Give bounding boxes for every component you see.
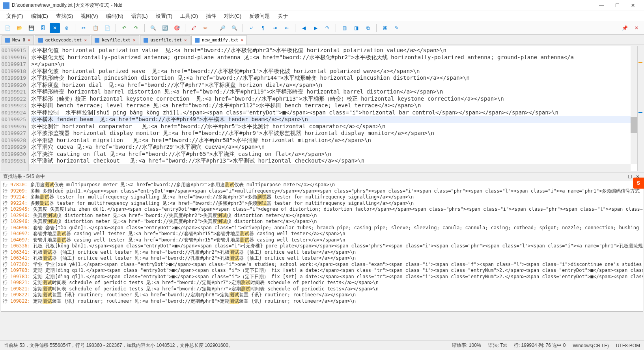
menu-settings[interactable]: 设置(T) [152,11,177,21]
menu-language[interactable]: 语言(L) [127,11,152,21]
close-button[interactable]: ✕ [625,0,641,11]
code-line[interactable]: 水平极化值 horizontal polarization value 见:<a… [31,47,635,54]
search-result-line[interactable]: 行 106341: 孔板测试器 {油工} orifice well tester… [3,249,641,256]
search-result-line[interactable]: 行 104096: 套管 套管[tào guǎn]1.</span><span … [3,225,641,231]
search-results-panel[interactable]: 行 97830: 多用途测试仪表 multipurpose meter 见:<a… [1,181,643,312]
search-result-line[interactable]: 行 109822: 定期测试装置 {讯} routiner; routineer… [3,298,641,305]
nav-back-icon[interactable]: ◀ [299,23,309,33]
tab-close-icon[interactable]: ✕ [184,37,187,43]
search-result-line[interactable]: 行 109783: 定期 定期[dìng qī]1.</span><span c… [3,268,641,274]
close-all-icon[interactable]: ⊗ [62,23,72,33]
code-line[interactable]: 水平棒控制 水平棒控制[shuǐ píng bàng kòng zhì]1.</… [31,109,635,116]
paste-icon[interactable]: 📄 [102,23,112,33]
compare-icon[interactable]: ◨ [351,23,361,33]
open-file-icon[interactable]: 📂 [14,23,24,33]
tab-close-icon[interactable]: ✕ [133,37,136,43]
search-result-line[interactable]: 行 109822: 定期测试装置 {讯} routiner; routineer… [3,292,641,298]
search-result-line[interactable]: 行 99224: 多频测试器 tester for multifrequency… [3,200,641,207]
search-result-line[interactable]: 行 109783: 定期 定期[dìng qī]1.</span><span c… [3,274,641,280]
search-result-line[interactable]: 行 106341: 孔板测试器 {油工} orifice well tester… [3,255,641,262]
search-result-line[interactable]: 行 97830: 多用途测试仪表 multipurpose meter 见:<a… [3,182,641,188]
code-content[interactable]: 水平极化值 horizontal polarization value 见:<a… [29,46,637,171]
code-line[interactable]: 水平标度盘 horizon dial 见:<a href="bword://水平… [31,82,635,89]
search-result-line[interactable]: 行 107302: 学业 学业[xué yè]1.</span><span cl… [3,262,641,268]
replace-icon[interactable]: 🔄 [160,23,170,33]
indent-icon[interactable]: ⇥ [270,23,280,33]
tab-close-icon[interactable]: ✕ [241,37,243,43]
find-icon[interactable]: 🔍 [148,23,158,33]
search-result-line[interactable]: 行 106336: 孔板 孔板[kǒng bǎn]1.</span><span … [3,243,641,249]
search-result-line[interactable]: 行 109821: 定期测试时间表 schedule of periodic t… [3,280,641,286]
menu-plugin[interactable]: 插件 [202,11,220,21]
tab-new-modify-txt[interactable]: new_modify.txt✕ [191,35,247,45]
menu-compare[interactable]: 对比(C) [220,11,245,21]
code-line[interactable]: 水平梯田 bench terrace; level terrace 见:<a h… [31,102,635,109]
wrap-icon[interactable]: ⤶ [246,23,256,33]
exit-icon[interactable]: ✕ [631,23,642,33]
tab-new-0[interactable]: New 0✕ [2,35,34,45]
cut-icon[interactable]: ✂ [78,23,89,33]
new-file-icon[interactable]: 📄 [2,23,13,33]
mark-icon[interactable]: 🎯 [172,23,182,33]
tab-close-icon[interactable]: ✕ [84,37,87,43]
maximize-button[interactable]: ☐ [609,0,625,11]
code-line[interactable]: 水平浇注 casting on flat 见:<a href="bword://… [31,151,635,158]
code-line[interactable]: 水平枕形畸变 horizontal pincushion distortion … [31,75,635,82]
menu-find[interactable]: 查找(S) [52,11,77,21]
clear-highlight-icon[interactable]: ✏ [200,23,211,33]
terminal-icon[interactable]: ⌘ [380,23,390,33]
search-result-line[interactable]: 行 102946: 失真度测试仪 distortion meter 见:<a h… [3,213,641,219]
copy-icon[interactable]: 📋 [90,23,101,33]
menu-encoding[interactable]: 编码(N) [102,11,127,21]
goto-icon[interactable]: ↷ [322,23,332,33]
minimize-button[interactable]: — [594,0,609,11]
rename-icon[interactable]: ✎ [392,23,402,33]
tab-close-icon[interactable]: ✕ [28,37,30,43]
zoom-in-icon[interactable]: 🔎 [217,23,228,33]
code-line[interactable]: 水平梯形（畸变）校正 horizontal keystone correctio… [31,95,635,103]
maximize-panel-icon[interactable]: ☐ [627,174,633,180]
menu-feedback[interactable]: 反馈问题 [245,11,274,21]
code-line[interactable]: ></span>\n [31,61,635,68]
code-line[interactable]: 水平桶形畸变 horizontal barrel distortion 见:<a… [31,88,635,95]
code-line[interactable]: 水平极化波 horizontal polarized wave 见:<a hre… [31,68,635,75]
pin-icon[interactable]: 📌 [620,23,630,33]
code-line[interactable]: 水平极化天线 horizontally-polarized antenna; g… [31,54,635,61]
redo-icon[interactable]: ↷ [131,23,141,33]
code-line[interactable]: 水平洞穴 cueva 见:<a href="bword://水平#phr29">… [31,144,635,151]
search-result-line[interactable]: 行 109821: 定期测试时间表 schedule of periodic t… [3,286,641,292]
zoom-out-icon[interactable]: 🔍 [229,23,239,33]
code-line[interactable]: 水平洄游 horizontal migration 见:<a href="bwo… [31,137,635,144]
search-result-line[interactable]: 行 102945: 失真度 失真度[shī zhēn dù]1.</span><… [3,206,641,213]
diff-icon[interactable]: ⧉ [363,23,373,33]
menu-edit[interactable]: 编辑(E) [27,11,52,21]
code-line[interactable]: 水平比测计 horizontal comparator 见:<a href="b… [31,123,635,130]
menu-view[interactable]: 视图(V) [77,11,102,21]
search-result-line[interactable]: 行 102946: 失真度测试仪 distortion meter 见:<a h… [3,219,641,225]
menu-file[interactable]: 文件(F) [2,11,27,21]
vertical-scrollbar[interactable] [631,46,637,164]
search-result-line[interactable]: 行 104097: 套管井地层测试器 casing well tester 见:… [3,237,641,243]
whitespace-icon[interactable]: ¶ [258,23,268,33]
nav-forward-icon[interactable]: ▶ [310,23,321,33]
code-line[interactable]: 水平波形监视器 horizontal display monitor 见:<a … [31,130,635,137]
save-icon[interactable]: 💾 [26,23,36,33]
menu-about[interactable]: 关于 [274,11,292,21]
tab-userfile-txt[interactable]: userfile.txt✕ [140,35,190,45]
tab-getkeycode-txt[interactable]: getkeycode.txt✕ [35,35,90,45]
code-line[interactable]: 水平测试 horizontal checkout 见:<a href="bwor… [31,157,635,165]
search-result-line[interactable]: 行 104097: 套管井地层测试器 casing well tester 见:… [3,231,641,237]
search-result-line[interactable]: 行 99209: 多频 多频[duō pín]1.</span><span cl… [3,188,641,195]
code-line[interactable]: 水平横木 fender beam 见:<a href="bword://水平#p… [31,116,635,123]
save-all-icon[interactable]: 🗄 [38,23,48,33]
highlight-icon[interactable]: 🖍 [189,23,199,33]
undo-icon[interactable]: ↶ [119,23,129,33]
menu-tools[interactable]: 工具(O) [176,11,202,21]
tab-keyfile-txt[interactable]: keyfile.txt✕ [91,35,139,45]
split-icon[interactable]: ▥ [339,23,349,33]
close-tab-icon[interactable]: ✕ [50,23,60,33]
ime-indicator-icon[interactable]: S [633,178,644,189]
outdent-icon[interactable]: ⇤ [282,23,292,33]
horizontal-scrollbar[interactable] [29,164,631,171]
search-result-line[interactable]: 行 99224: 多频测试器 tester for multifrequency… [3,194,641,200]
